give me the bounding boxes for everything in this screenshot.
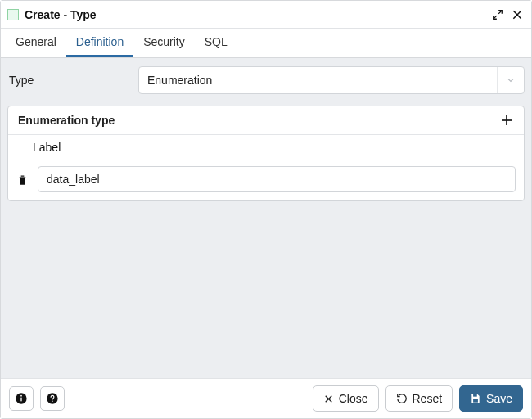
add-enum-button[interactable] [499, 113, 514, 128]
help-button[interactable] [40, 386, 65, 411]
tab-security[interactable]: Security [133, 29, 195, 57]
reset-button[interactable]: Reset [385, 385, 453, 412]
reset-icon [396, 393, 408, 404]
enum-label-input[interactable] [38, 166, 516, 192]
close-icon[interactable] [512, 9, 523, 20]
save-button-label: Save [486, 392, 512, 405]
dialog-body: Type Enumeration Enumeration type [1, 58, 531, 378]
enum-panel-header: Enumeration type [8, 106, 524, 134]
close-button[interactable]: Close [313, 385, 379, 412]
dialog-window: Create - Type General Definition Securit… [0, 0, 532, 419]
window-controls [492, 9, 523, 20]
dialog-footer: Close Reset Save [1, 378, 531, 418]
type-select-value: Enumeration [147, 74, 212, 87]
svg-rect-14 [473, 399, 478, 403]
enum-panel: Enumeration type Label [7, 106, 525, 201]
enum-panel-title: Enumeration type [18, 114, 115, 127]
enum-column-header: Label [8, 134, 524, 160]
tab-sql[interactable]: SQL [195, 29, 237, 57]
svg-rect-13 [473, 394, 477, 397]
svg-point-10 [52, 401, 52, 402]
enum-row [8, 160, 524, 200]
tab-bar: General Definition Security SQL [1, 29, 531, 58]
type-row: Type Enumeration [7, 66, 525, 94]
type-label: Type [7, 74, 130, 87]
expand-icon[interactable] [492, 9, 503, 20]
type-icon [7, 9, 19, 20]
reset-button-label: Reset [413, 392, 443, 405]
save-button[interactable]: Save [459, 385, 523, 412]
type-select[interactable]: Enumeration [138, 66, 525, 94]
info-button[interactable] [9, 386, 34, 411]
window-title: Create - Type [25, 8, 492, 21]
chevron-down-icon [497, 67, 516, 93]
svg-point-8 [20, 395, 22, 397]
tab-general[interactable]: General [6, 29, 66, 57]
titlebar: Create - Type [1, 1, 531, 29]
enum-column-label: Label [33, 141, 61, 154]
delete-row-button[interactable] [15, 173, 29, 186]
save-icon [470, 393, 481, 404]
svg-rect-7 [20, 398, 21, 402]
tab-definition[interactable]: Definition [66, 29, 133, 57]
close-icon [323, 394, 334, 404]
close-button-label: Close [339, 392, 368, 405]
